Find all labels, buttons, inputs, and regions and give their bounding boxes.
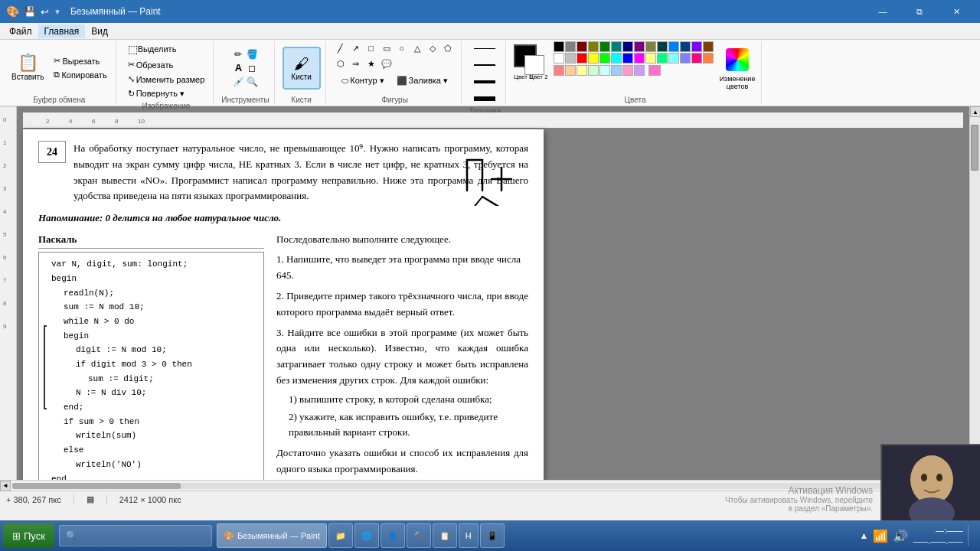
menu-file[interactable]: Файл [3,24,38,38]
taskbar-explorer[interactable]: 📁 [328,523,353,548]
fill-shape-button[interactable]: ⬛ Заливка ▾ [393,74,452,87]
menu-home[interactable]: Главная [38,24,86,38]
color2-box[interactable] [524,55,544,75]
contour-button[interactable]: ⬭ Контур ▾ [338,74,387,87]
swatch-cyan[interactable] [611,53,622,64]
brushes-button[interactable]: 🖌 Кисти [283,47,321,90]
swatch-magenta[interactable] [634,53,645,64]
swatch-blue[interactable] [668,41,679,52]
thickness-2[interactable] [471,58,498,72]
scroll-thumb-h[interactable] [12,483,181,489]
shape-diamond[interactable]: ◇ [426,41,439,55]
shape-callout[interactable]: 💬 [380,57,394,70]
swatch-navy[interactable] [622,41,633,52]
swatch-special[interactable] [648,65,661,76]
shape-arrow2[interactable]: ⇒ [349,57,363,70]
swatch-darkblue[interactable] [680,41,691,52]
zoom-tool[interactable]: 🔍 [246,76,258,88]
swatch-purple[interactable] [634,41,645,52]
vertical-scrollbar[interactable]: ▲ ▼ [969,106,980,480]
crop-button[interactable]: ✂ Обрезать [124,58,178,71]
swatch-lightsalmon[interactable] [554,65,564,76]
eraser-tool[interactable]: ◻ [246,62,258,74]
shape-hex[interactable]: ⬡ [334,57,348,70]
paint-canvas[interactable]: 24 На обработку поступает натуральное чи… [23,129,544,480]
resize-button[interactable]: ⤡ Изменить размер [124,73,209,86]
swatch-lightyellow[interactable] [645,53,656,64]
thickness-4[interactable] [471,92,498,106]
swatch-periwinkle[interactable] [680,53,691,64]
text-tool[interactable]: A [232,62,244,74]
maximize-button[interactable]: ⧉ [902,0,937,23]
scroll-up-btn[interactable]: ▲ [970,106,980,117]
shape-penta[interactable]: ⬠ [441,41,455,55]
pencil-tool[interactable]: ✏ [232,48,244,60]
swatch-black[interactable] [554,41,564,52]
fill-tool[interactable]: 🪣 [246,48,258,60]
thickness-3[interactable] [471,75,498,89]
swatch-peach[interactable] [565,65,576,76]
swatch-green[interactable] [599,41,610,52]
swatch-red[interactable] [577,53,587,64]
rotate-button[interactable]: ↻ Повернуть ▾ [124,87,188,100]
swatch-teal[interactable] [611,41,622,52]
taskbar-chrome[interactable]: 🌐 [354,523,379,548]
taskbar-app4[interactable]: 👤 [381,523,405,548]
swatch-darkteal[interactable] [657,41,668,52]
swatch-lightgreen[interactable] [588,65,599,76]
cut-button[interactable]: ✂ Вырезать [50,54,110,67]
taskbar-app7[interactable]: Н [459,523,479,548]
swatch-brown[interactable] [703,41,714,52]
menu-view[interactable]: Вид [85,24,114,38]
swatch-darkred[interactable] [577,41,587,52]
picker-tool[interactable]: 💉 [232,76,244,88]
swatch-violet[interactable] [691,41,702,52]
swatch-gray[interactable] [565,41,576,52]
shape-arrow[interactable]: ↗ [349,41,363,55]
shape-line[interactable]: ╱ [334,41,348,55]
swatch-lightcyan[interactable] [668,53,679,64]
shape-star[interactable]: ★ [364,57,378,70]
taskbar-network-icon[interactable]: 📶 [873,529,888,543]
taskbar-sound-icon[interactable]: 🔊 [893,529,908,543]
swatch-darkyellow[interactable] [645,41,656,52]
shape-rect[interactable]: □ [364,41,378,55]
taskbar-app5[interactable]: 🔨 [407,523,431,548]
paste-button[interactable]: 📋 Вставить [8,51,47,84]
shape-triangle[interactable]: △ [410,41,424,55]
swatch-white[interactable] [554,53,564,64]
swatch-silver[interactable] [565,53,576,64]
minimize-button[interactable]: — [865,0,900,23]
quick-access-save[interactable]: 💾 [24,6,36,18]
show-desktop-btn[interactable] [968,525,972,546]
swatch-blue2[interactable] [622,53,633,64]
swatch-lightblue[interactable] [611,65,622,76]
taskbar-arrow-icon[interactable]: ▲ [860,530,869,541]
quick-access-undo[interactable]: ↩ [41,6,49,18]
quick-access-arrow[interactable]: ▼ [54,8,61,16]
change-colors-btn[interactable]: Изменение цветов [718,44,756,90]
swatch-orange[interactable] [703,53,714,64]
swatch-lavender[interactable] [634,65,645,76]
swatch-olive[interactable] [588,41,599,52]
taskbar-paint[interactable]: 🎨 Безымянный — Paint [217,523,327,548]
search-bar[interactable]: 🔍 [59,525,212,546]
select-button[interactable]: ⬚ Выделить [124,41,181,57]
swatch-yellow[interactable] [588,53,599,64]
thickness-1[interactable] [471,41,498,55]
swatch-rose[interactable] [691,53,702,64]
shape-rounded[interactable]: ▭ [380,41,394,55]
shape-ellipse[interactable]: ○ [395,41,409,55]
swatch-lime[interactable] [599,53,610,64]
scroll-left-btn[interactable]: ◄ [0,481,11,491]
copy-button[interactable]: ⧉ Копировать [50,68,110,81]
taskbar-app6[interactable]: 📋 [433,523,457,548]
close-button[interactable]: ✕ [939,0,974,23]
swatch-mint[interactable] [657,53,668,64]
taskbar-app8[interactable]: 📱 [480,523,505,548]
swatch-lightcyan2[interactable] [599,65,610,76]
scroll-thumb-v[interactable] [971,125,978,171]
swatch-lightyellow2[interactable] [577,65,587,76]
start-button[interactable]: ⊞ Пуск [3,523,54,548]
swatch-lightpink[interactable] [622,65,633,76]
